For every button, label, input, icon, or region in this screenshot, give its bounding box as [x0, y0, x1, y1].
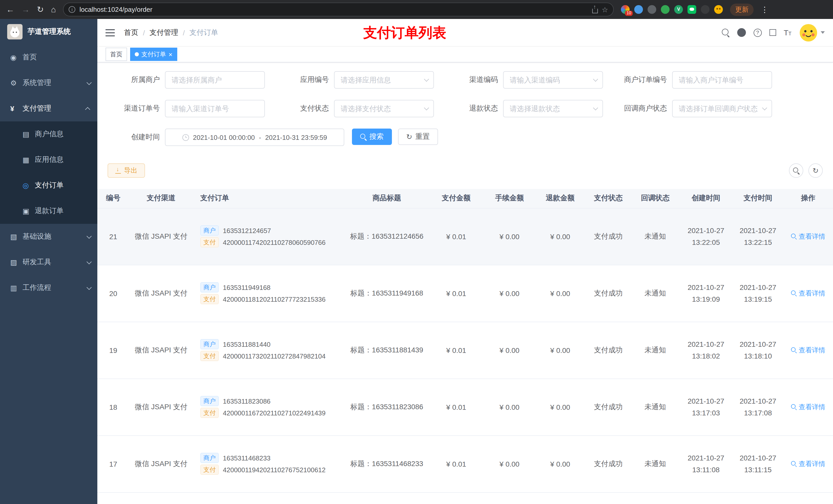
cell-create-time: 2021-10-2713:18:02: [679, 322, 733, 379]
help-icon[interactable]: [753, 28, 762, 37]
screen: ← → ↻ ⌂ localhost:1024/pay/order ☆ 10 更新…: [0, 0, 833, 504]
cell-create-time: 2021-10-2713:22:05: [679, 208, 733, 265]
col-amount: 支付金额: [428, 189, 484, 208]
ext-drop-icon[interactable]: [634, 5, 643, 14]
merchant-icon: [23, 130, 35, 138]
browser-reload-icon[interactable]: ↻: [37, 5, 44, 14]
browser-home-icon[interactable]: ⌂: [51, 5, 56, 14]
github-icon[interactable]: [737, 28, 746, 37]
cell-amount: [428, 492, 484, 504]
browser-update-button[interactable]: 更新: [730, 3, 754, 16]
sidebar-item-home[interactable]: 首页: [0, 45, 97, 70]
gear-icon: [10, 79, 23, 87]
filter-create-time: 创建时间 2021-10-01 00:00:00 - 2021-10-31 23…: [108, 128, 344, 146]
filter-merchant: 所属商户: [108, 71, 277, 89]
view-detail-link[interactable]: 查看详情: [791, 345, 825, 355]
breadcrumb-home[interactable]: 首页: [124, 28, 138, 37]
cell-title: 标题：1635311949168: [345, 265, 428, 322]
table-row: 18 微信 JSAPI 支付 商户 1635311823086 支付: [97, 379, 833, 435]
fullscreen-icon[interactable]: [769, 29, 776, 36]
col-fee: 手续金额: [484, 189, 535, 208]
cell-actions: 查看详情: [783, 379, 833, 435]
fontsize-icon[interactable]: [784, 29, 791, 37]
search-button[interactable]: 搜索: [352, 128, 392, 145]
ext-emoji-icon[interactable]: [714, 5, 723, 14]
ext-dark-icon[interactable]: [701, 5, 710, 14]
reset-button[interactable]: 重置: [398, 128, 438, 145]
ext-gray-icon[interactable]: [647, 5, 656, 14]
url-text[interactable]: localhost:1024/pay/order: [79, 6, 588, 13]
browser-back-icon[interactable]: ←: [6, 5, 14, 14]
cell-pay-time: 2021-10-2713:18:10: [733, 322, 783, 379]
address-bar[interactable]: localhost:1024/pay/order ☆: [63, 3, 614, 16]
sidebar-item-merchant-info[interactable]: 商户信息: [0, 121, 97, 147]
caret-down-icon: [821, 31, 825, 34]
search-icon[interactable]: [721, 29, 729, 37]
sidebar-item-payment[interactable]: 支付管理: [0, 96, 97, 121]
bookmark-star-icon[interactable]: ☆: [602, 5, 608, 14]
view-detail-link[interactable]: 查看详情: [791, 459, 825, 469]
pay-order-icon: [23, 181, 35, 190]
cell-notify: 未通知: [631, 208, 679, 265]
refresh-table-button[interactable]: [808, 163, 823, 178]
breadcrumb-section[interactable]: 支付管理: [149, 28, 178, 37]
cell-fee: ¥ 0.00: [484, 379, 535, 435]
date-range-picker[interactable]: 2021-10-01 00:00:00 - 2021-10-31 23:59:5…: [165, 128, 344, 146]
search-icon: [360, 134, 366, 140]
view-detail-link[interactable]: 查看详情: [791, 289, 825, 298]
cell-channel: 微信 JSAPI 支付: [129, 208, 193, 265]
cell-create-time: 2021-10-2713:17:03: [679, 379, 733, 435]
cell-title: 标题：1635311881439: [345, 322, 428, 379]
view-detail-link[interactable]: 查看详情: [791, 232, 825, 241]
table-row: 17 微信 JSAPI 支付 商户 1635311468233 支付: [97, 435, 833, 492]
cell-id: 17: [97, 435, 129, 492]
sidebar-item-infrastructure[interactable]: 基础设施: [0, 224, 97, 249]
export-button[interactable]: 导出: [108, 163, 145, 178]
user-avatar: [799, 23, 818, 42]
date-separator: -: [259, 134, 261, 141]
sidebar-item-system[interactable]: 系统管理: [0, 70, 97, 96]
view-detail-link[interactable]: 查看详情: [791, 402, 825, 411]
breadcrumb-separator: /: [183, 28, 185, 37]
table-row: 19 微信 JSAPI 支付 商户 1635311881440 支付: [97, 322, 833, 379]
pay-status-select[interactable]: [334, 100, 434, 117]
notify-status-select[interactable]: [672, 100, 772, 117]
browser-menu-icon[interactable]: ⋮: [761, 5, 768, 14]
merchant-order-no: 1635312124657: [223, 226, 271, 234]
share-icon[interactable]: [592, 8, 598, 13]
sidebar-item-workflow[interactable]: 工作流程: [0, 275, 97, 301]
tab-pay-order[interactable]: 支付订单: [130, 48, 177, 61]
merchant-select[interactable]: [165, 71, 265, 89]
channel-order-no-input[interactable]: [165, 100, 265, 117]
date-end: 2021-10-31 23:59:59: [265, 134, 327, 141]
app-logo[interactable]: 芋道管理系统: [0, 19, 97, 45]
refund-status-select[interactable]: [503, 100, 603, 117]
cell-notify: 未通知: [631, 435, 679, 492]
sidebar-item-dev-tools[interactable]: 研发工具: [0, 249, 97, 275]
channel-code-select[interactable]: [503, 71, 603, 89]
sidebar-item-refund-order[interactable]: 退款订单: [0, 198, 97, 224]
download-icon: [115, 167, 121, 174]
cell-actions: 查看详情: [783, 435, 833, 492]
app-no-select[interactable]: [334, 71, 434, 89]
user-menu[interactable]: [799, 23, 825, 42]
sidebar-item-pay-order[interactable]: 支付订单: [0, 173, 97, 198]
toggle-search-button[interactable]: [789, 163, 803, 178]
tags-view: 首页 支付订单: [97, 47, 833, 63]
tab-home[interactable]: 首页: [105, 48, 127, 61]
hamburger-icon[interactable]: [105, 29, 115, 36]
ext-v-icon[interactable]: [674, 5, 683, 14]
cell-amount: ¥ 0.01: [428, 435, 484, 492]
ext-chat-icon[interactable]: [688, 5, 696, 14]
ext-colorful-icon[interactable]: 10: [621, 5, 629, 14]
browser-forward-icon[interactable]: →: [22, 5, 30, 14]
col-status: 支付状态: [586, 189, 631, 208]
sidebar-item-app-info[interactable]: 应用信息: [0, 147, 97, 173]
pay-badge: 支付: [200, 294, 219, 304]
merchant-order-no: 1635311881440: [223, 340, 270, 348]
ext-green-icon[interactable]: [661, 5, 670, 14]
site-info-icon[interactable]: [69, 6, 75, 13]
cell-notify: 未通知: [631, 322, 679, 379]
merchant-order-no-input[interactable]: [672, 71, 772, 89]
close-icon[interactable]: [169, 51, 172, 57]
